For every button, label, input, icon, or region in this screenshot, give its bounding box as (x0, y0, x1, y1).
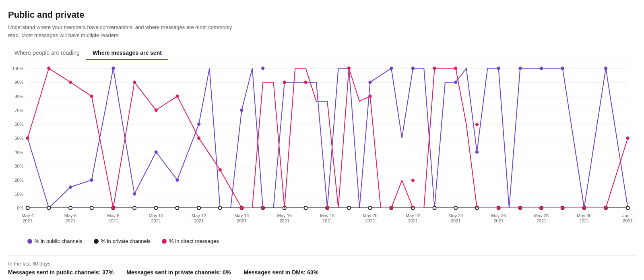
svg-text:May 4: May 4 (21, 213, 33, 218)
legend-label-private: % in private channels (101, 238, 151, 244)
private-dot (454, 206, 457, 209)
tab-sent[interactable]: Where messages are sent (86, 46, 168, 60)
dm-dot (111, 206, 115, 209)
private-dot (47, 206, 50, 209)
summary-section: In the last 30 days Messages sent in pub… (8, 255, 636, 276)
svg-text:2021: 2021 (322, 218, 332, 223)
svg-text:80%: 80% (14, 94, 23, 99)
chart-legend: % in public channels % in private channe… (27, 238, 636, 244)
dm-dot (283, 81, 286, 84)
dm-dot (540, 206, 543, 209)
public-dot (518, 66, 522, 70)
dm-dot (604, 206, 607, 209)
svg-text:60%: 60% (14, 122, 23, 127)
svg-text:2021: 2021 (623, 218, 633, 223)
svg-text:2021: 2021 (194, 218, 204, 223)
legend-label-dm: % in direct messages (169, 238, 219, 244)
dm-dot (347, 66, 351, 70)
svg-text:2021: 2021 (108, 218, 118, 223)
public-dot (240, 108, 243, 112)
summary-period: In the last 30 days (8, 261, 636, 267)
dm-dot (326, 206, 329, 209)
svg-text:2021: 2021 (279, 218, 289, 223)
dm-dot (518, 206, 522, 209)
svg-text:100%: 100% (12, 66, 23, 71)
public-dot (175, 178, 179, 182)
svg-text:Jun 1: Jun 1 (622, 213, 633, 218)
dm-dot (433, 66, 436, 70)
svg-text:2021: 2021 (537, 218, 547, 223)
svg-text:May 14: May 14 (234, 213, 249, 218)
legend-label-public: % in public channels (35, 238, 83, 244)
private-dot (368, 206, 372, 209)
stat-public-value: 37% (102, 269, 114, 276)
page-title: Public and private (8, 10, 636, 20)
svg-text:May 18: May 18 (320, 213, 334, 218)
svg-text:40%: 40% (14, 149, 23, 154)
svg-text:May 22: May 22 (406, 213, 420, 218)
stat-private: Messages sent in private channels: 0% (126, 269, 231, 276)
dm-dot (197, 137, 200, 140)
svg-text:0%: 0% (17, 205, 23, 210)
svg-text:May 26: May 26 (491, 213, 506, 218)
svg-text:30%: 30% (14, 164, 23, 168)
svg-text:May 16: May 16 (277, 213, 292, 218)
tab-reading[interactable]: Where people are reading (8, 46, 86, 60)
public-dot (90, 178, 93, 182)
private-dot (626, 206, 630, 209)
dm-dot (219, 168, 222, 171)
legend-dot-dm (162, 239, 167, 244)
private-dot (133, 206, 136, 209)
private-dot (433, 206, 436, 209)
public-dot (261, 66, 264, 70)
private-dot (347, 206, 351, 209)
public-dot (69, 185, 72, 189)
stat-private-label: Messages sent in private channels: (126, 269, 221, 276)
dm-dot (175, 95, 179, 98)
public-dot (390, 66, 393, 70)
public-dot (497, 66, 500, 70)
stat-private-value: 0% (223, 269, 231, 276)
dm-dot (390, 206, 393, 209)
public-dot (368, 81, 372, 84)
stat-dm: Messages sent in DMs: 63% (244, 269, 318, 276)
svg-text:2021: 2021 (151, 218, 161, 223)
private-dot (304, 206, 307, 209)
svg-text:May 24: May 24 (448, 213, 463, 218)
svg-text:2021: 2021 (451, 218, 461, 223)
legend-private: % in private channels (94, 238, 151, 244)
dm-dot (240, 206, 243, 209)
dm-dot (261, 206, 264, 209)
svg-text:May 30: May 30 (577, 213, 591, 218)
public-dot (155, 150, 158, 153)
public-dot (540, 66, 543, 70)
public-dot (111, 66, 115, 70)
stat-dm-label: Messages sent in DMs: (244, 269, 305, 276)
svg-text:2021: 2021 (493, 218, 504, 223)
dm-dot (26, 137, 29, 140)
svg-text:May 6: May 6 (64, 213, 76, 218)
public-dot (604, 66, 607, 70)
svg-text:90%: 90% (14, 80, 23, 85)
svg-text:70%: 70% (14, 108, 23, 112)
private-dot (197, 206, 200, 209)
svg-text:2021: 2021 (23, 218, 33, 223)
svg-text:2021: 2021 (365, 218, 375, 223)
svg-text:2021: 2021 (579, 218, 589, 223)
dm-dot (133, 81, 136, 84)
svg-text:May 10: May 10 (149, 213, 163, 218)
summary-stats: Messages sent in public channels: 37% Me… (8, 269, 636, 276)
svg-text:2021: 2021 (237, 218, 247, 223)
public-dot (197, 122, 200, 126)
public-dot (411, 66, 415, 70)
svg-text:May 20: May 20 (363, 213, 377, 218)
stat-public: Messages sent in public channels: 37% (8, 269, 114, 276)
dm-dot (626, 137, 630, 140)
public-dot (561, 66, 564, 70)
stat-public-label: Messages sent in public channels: (8, 269, 101, 276)
legend-public: % in public channels (27, 238, 83, 244)
private-dot (69, 206, 72, 209)
page-subtitle: Understand where your members have conve… (8, 23, 242, 39)
svg-text:2021: 2021 (66, 218, 76, 223)
dm-dot (368, 95, 372, 98)
